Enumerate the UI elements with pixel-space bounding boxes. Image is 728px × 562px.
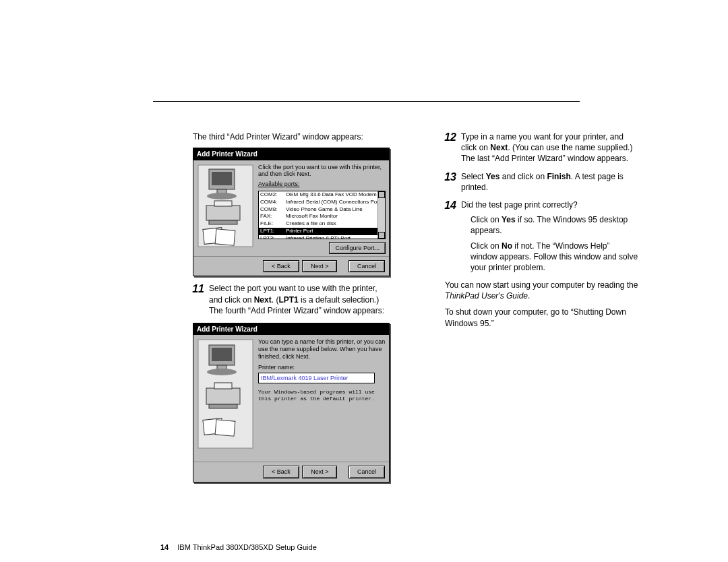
dlg2-note: Your Windows-based programs will use thi… <box>258 389 386 402</box>
svg-rect-7 <box>209 220 237 224</box>
dialog-titlebar: Add Printer Wizard <box>193 323 389 336</box>
step-13: 13 Select Yes and click on Finish. A tes… <box>445 171 642 193</box>
scroll-up-icon[interactable] <box>378 191 385 198</box>
svg-rect-19 <box>215 420 235 436</box>
ports-scrollbar[interactable] <box>377 191 385 239</box>
svg-rect-2 <box>212 172 232 185</box>
back-button[interactable]: < Back <box>263 466 299 478</box>
col1-intro: The third “Add Printer Wizard” window ap… <box>193 131 394 142</box>
closing-1: You can now start using your computer by… <box>445 280 642 301</box>
dialog-titlebar: Add Printer Wizard <box>193 148 389 160</box>
add-printer-dialog-2: Add Printer Wizard <box>193 323 390 482</box>
wizard-art <box>197 164 254 248</box>
page-footer: 14 IBM ThinkPad 380XD/385XD Setup Guide <box>160 543 317 551</box>
printer-name-input[interactable]: IBM/Lexmark 4019 Laser Printer <box>258 373 375 383</box>
svg-rect-15 <box>206 388 240 404</box>
back-button[interactable]: < Back <box>263 260 299 272</box>
ports-label: Available ports: <box>258 181 386 188</box>
svg-point-4 <box>207 193 237 199</box>
scroll-down-icon[interactable] <box>378 232 385 239</box>
step-14: 14 Did the test page print correctly? Cl… <box>445 199 642 273</box>
dlg2-text: You can type a name for this printer, or… <box>258 338 386 360</box>
step-11: 11 Select the port you want to use with … <box>193 283 394 316</box>
svg-rect-9 <box>215 229 235 245</box>
add-printer-dialog-1: Add Printer Wizard <box>193 148 390 276</box>
svg-rect-12 <box>212 348 232 361</box>
next-button[interactable]: Next > <box>302 466 337 478</box>
ports-listbox[interactable]: COM2:OEM Mfg 33.6 Data Fax VOD Modem COM… <box>258 191 386 239</box>
printer-name-label: Printer name: <box>258 363 386 371</box>
configure-port-button[interactable]: Configure Port... <box>329 242 386 254</box>
svg-rect-6 <box>214 201 232 206</box>
svg-rect-5 <box>206 206 240 220</box>
dlg1-text: Click the port you want to use with this… <box>258 164 386 179</box>
step-number: 12 <box>440 130 456 145</box>
svg-rect-17 <box>209 404 237 408</box>
closing-2: To shut down your computer, go to “Shutt… <box>445 307 642 328</box>
page-number: 14 <box>160 543 169 551</box>
step-12: 12 Type in a name you want for your prin… <box>445 131 642 164</box>
footer-text: IBM ThinkPad 380XD/385XD Setup Guide <box>177 543 316 551</box>
step-number: 14 <box>440 198 456 213</box>
header-rule <box>153 101 580 102</box>
cancel-button[interactable]: Cancel <box>348 260 385 272</box>
svg-point-14 <box>207 369 237 375</box>
next-button[interactable]: Next > <box>302 260 337 272</box>
step-number: 13 <box>440 170 456 185</box>
step-number: 11 <box>188 282 204 296</box>
svg-rect-16 <box>214 383 232 389</box>
wizard-art <box>197 338 254 449</box>
cancel-button[interactable]: Cancel <box>348 466 385 478</box>
